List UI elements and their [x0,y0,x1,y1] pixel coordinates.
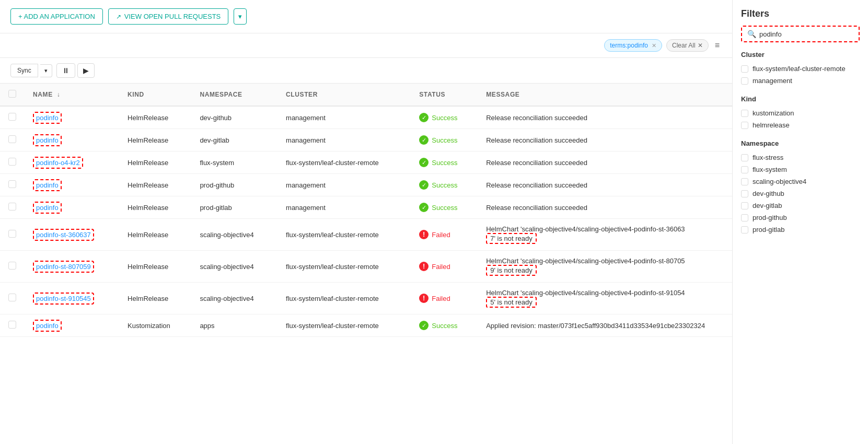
app-name-link[interactable]: podinfo [33,202,62,214]
view-pr-dropdown-button[interactable]: ▾ [234,8,247,25]
filter-toggle-button[interactable]: ≡ [713,39,722,52]
app-kind: HelmRelease [119,106,191,129]
dashed-message-segment: 9' is not ready [486,265,537,276]
app-kind: HelmRelease [119,251,191,283]
row-checkbox[interactable] [8,113,16,121]
sync-dropdown-button[interactable]: ▾ [40,64,52,77]
app-cluster: management [277,129,411,151]
app-cluster: management [277,174,411,196]
namespace-filter-label: flux-system [753,166,787,173]
filters-title: Filters [741,8,860,19]
namespace-filter-option[interactable]: flux-stress [741,151,860,163]
table-row: podinfo-st-360637HelmReleasescaling-obje… [0,219,732,251]
status-badge-success: ✓ Success [419,180,457,190]
namespace-filter-checkbox[interactable] [741,214,748,221]
app-namespace: prod-gitlab [191,196,277,219]
kind-filter-option[interactable]: helmrelease [741,119,860,131]
filter-tag-close-icon[interactable]: ✕ [652,42,656,49]
cluster-filter-checkbox[interactable] [741,65,748,73]
namespace-filter-label: dev-gitlab [753,202,782,209]
table-row: podinfo-st-807059HelmReleasescaling-obje… [0,251,732,283]
namespace-filter-checkbox[interactable] [741,166,748,173]
dashed-message-segment: 5' is not ready [486,297,537,308]
clear-all-button[interactable]: Clear All ✕ [666,39,709,52]
app-cluster: flux-system/leaf-cluster-remote [277,251,411,283]
pause-button[interactable]: ⏸ [56,63,75,78]
namespace-filter-checkbox[interactable] [741,226,748,233]
app-kind: HelmRelease [119,151,191,174]
cluster-filter-checkbox[interactable] [741,77,748,85]
app-kind: HelmRelease [119,283,191,314]
app-cluster: management [277,106,411,129]
sync-button[interactable]: Sync [10,64,38,77]
namespace-filter-option[interactable]: prod-gitlab [741,224,860,236]
check-icon: ✓ [419,113,429,122]
row-checkbox[interactable] [8,294,16,301]
row-checkbox[interactable] [8,135,16,143]
app-message: Release reconciliation succeeded [478,106,732,129]
namespace-filter-option[interactable]: dev-gitlab [741,200,860,212]
row-checkbox[interactable] [8,230,16,238]
table-row: podinfoHelmReleaseprod-gitlabmanagement✓… [0,196,732,219]
namespace-filter-option[interactable]: scaling-objective4 [741,176,860,188]
app-name-link[interactable]: podinfo-st-807059 [33,261,94,273]
app-namespace: scaling-objective4 [191,251,277,283]
app-message: Release reconciliation succeeded [478,151,732,174]
cluster-filter-option[interactable]: flux-system/leaf-cluster-remote [741,63,860,75]
col-header-kind: KIND [119,84,191,106]
row-checkbox[interactable] [8,180,16,188]
app-name-link[interactable]: podinfo [33,134,62,146]
filter-search-input[interactable] [759,30,853,38]
add-application-button[interactable]: + ADD AN APPLICATION [10,8,103,25]
check-icon: ✓ [419,135,429,145]
namespace-filter-checkbox[interactable] [741,202,748,209]
app-name-link[interactable]: podinfo-o4-kr2 [33,157,83,169]
app-name-link[interactable]: podinfo [33,320,62,332]
app-name-link[interactable]: podinfo [33,112,62,124]
app-kind: HelmRelease [119,219,191,251]
play-button[interactable]: ▶ [77,63,95,78]
fail-icon: ! [419,230,429,239]
table-row: podinfo-o4-kr2HelmReleaseflux-systemflux… [0,151,732,174]
app-name-link[interactable]: podinfo-st-910545 [33,293,94,305]
namespace-filter-option[interactable]: dev-github [741,188,860,200]
filters-sidebar: Filters 🔍 Cluster flux-system/leaf-clust… [732,0,868,444]
row-checkbox[interactable] [8,158,16,166]
cluster-filter-title: Cluster [741,51,860,59]
app-message: HelmChart 'scaling-objective4/scaling-ob… [478,283,732,314]
namespace-filter-checkbox[interactable] [741,178,748,185]
row-checkbox[interactable] [8,203,16,211]
app-kind: HelmRelease [119,129,191,151]
app-cluster: flux-system/leaf-cluster-remote [277,151,411,174]
app-message: HelmChart 'scaling-objective4/scaling-ob… [478,219,732,251]
app-status: ✓ Success [411,129,478,151]
cluster-filter-option[interactable]: management [741,75,860,87]
check-icon: ✓ [419,203,429,212]
app-name-link[interactable]: podinfo-st-360637 [33,229,94,241]
app-message: Applied revision: master/073f1ec5aff930b… [478,314,732,337]
namespace-filter-option[interactable]: flux-system [741,163,860,176]
app-namespace: flux-system [191,151,277,174]
app-status: ! Failed [411,283,478,314]
select-all-checkbox[interactable] [8,90,16,98]
row-checkbox[interactable] [8,262,16,270]
col-header-namespace: NAMESPACE [191,84,277,106]
kind-filter-option[interactable]: kustomization [741,107,860,119]
cluster-filter-label: management [753,77,792,85]
applications-table: NAME ↓ KIND NAMESPACE CLUSTER STATUS MES… [0,84,732,337]
kind-filter-checkbox[interactable] [741,122,748,129]
namespace-filter-checkbox[interactable] [741,190,748,197]
search-icon: 🔍 [747,30,756,38]
namespace-filter-option[interactable]: prod-github [741,212,860,224]
app-status: ! Failed [411,251,478,283]
top-toolbar: + ADD AN APPLICATION ↗ VIEW OPEN PULL RE… [0,0,732,33]
col-header-name: NAME ↓ [25,84,119,106]
check-icon: ✓ [419,180,429,190]
status-badge-failed: ! Failed [419,294,450,303]
row-checkbox[interactable] [8,321,16,329]
namespace-filter-checkbox[interactable] [741,154,748,161]
app-name-link[interactable]: podinfo [33,179,62,191]
view-pull-requests-button[interactable]: ↗ VIEW OPEN PULL REQUESTS [108,8,228,25]
name-sort-icon[interactable]: ↓ [57,91,61,98]
kind-filter-checkbox[interactable] [741,110,748,117]
